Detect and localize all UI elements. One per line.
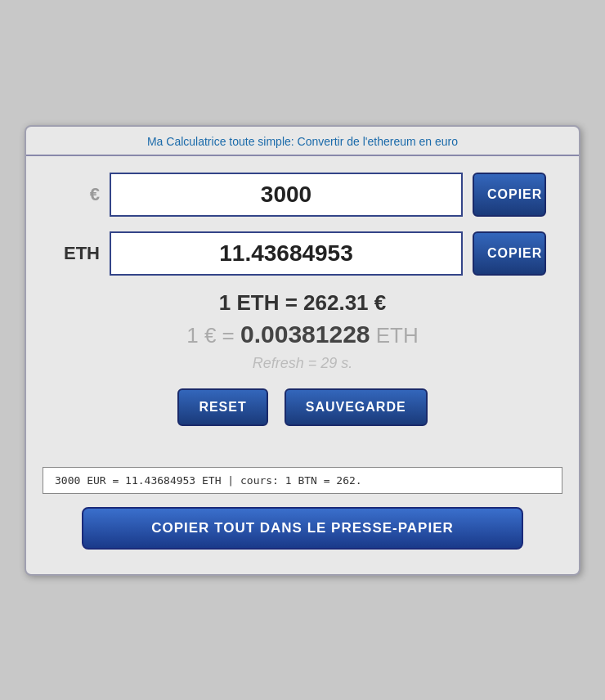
copy-all-button[interactable]: COPIER TOUT DANS LE PRESSE-PAPIER [82, 507, 524, 550]
main-content: € COPIER ETH COPIER 1 ETH = 262.31 € 1 €… [26, 156, 579, 467]
eur-input[interactable] [110, 173, 463, 217]
rate-info: 1 ETH = 262.31 € 1 € = 0.00381228 ETH [59, 290, 546, 348]
status-bar: 3000 EUR = 11.43684953 ETH | cours: 1 BT… [43, 467, 562, 494]
title-static: Ma Calculatrice toute simple: [147, 135, 294, 148]
eth-input[interactable] [110, 231, 463, 276]
eth-label: ETH [59, 243, 100, 264]
eur-input-row: € COPIER [59, 173, 546, 217]
title-link: Convertir de l'ethereum en euro [298, 135, 458, 148]
refresh-text: Refresh = 29 s. [59, 355, 546, 372]
status-text: 3000 EUR = 11.43684953 ETH | cours: 1 BT… [55, 474, 362, 487]
reset-button[interactable]: RESET [177, 388, 267, 426]
eur-copy-button[interactable]: COPIER [473, 173, 546, 217]
eth-copy-button[interactable]: COPIER [473, 231, 546, 276]
title-bar: Ma Calculatrice toute simple: Convertir … [26, 127, 579, 156]
save-button[interactable]: SAUVEGARDE [285, 388, 428, 426]
action-buttons: RESET SAUVEGARDE [59, 388, 546, 426]
eth-to-eur-rate: 1 ETH = 262.31 € [59, 290, 546, 316]
eur-to-eth-rate: 1 € = 0.00381228 ETH [59, 321, 546, 348]
calculator-container: Ma Calculatrice toute simple: Convertir … [25, 125, 580, 576]
eth-input-row: ETH COPIER [59, 231, 546, 276]
eur-label: € [59, 184, 100, 205]
